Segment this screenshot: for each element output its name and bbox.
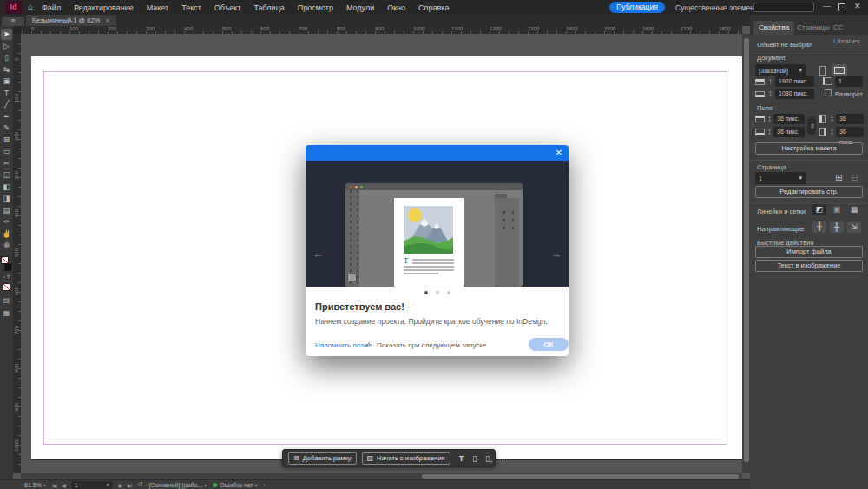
vertical-scrollbar[interactable]: [742, 34, 750, 473]
rulers-icon[interactable]: ◩: [812, 204, 826, 215]
spread-checkbox[interactable]: [825, 89, 832, 96]
previous-page-button[interactable]: ◀: [62, 482, 65, 488]
zoom-level[interactable]: 61.5%▾: [24, 482, 46, 488]
next-page-button[interactable]: ▶: [119, 482, 122, 488]
link-margins-icon[interactable]: ∞: [807, 116, 816, 135]
selection-tool[interactable]: ➤: [1, 29, 12, 40]
free-transform-tool[interactable]: ◱: [1, 169, 12, 181]
menu-item[interactable]: Модули: [346, 3, 374, 12]
screen-mode-normal-icon[interactable]: ▤: [3, 296, 10, 304]
edit-page-button[interactable]: Редактировать стр.: [755, 186, 863, 198]
guides-icon[interactable]: ╂: [812, 221, 826, 233]
layout-settings-button[interactable]: Настройка макета: [755, 142, 863, 155]
menu-item[interactable]: Таблица: [254, 3, 285, 12]
margin-bottom-field[interactable]: 36 пикс.: [773, 127, 805, 137]
formatting-text-icon[interactable]: T: [7, 274, 10, 280]
tab-cc-libraries[interactable]: CC Libraries: [828, 21, 868, 35]
smart-guides-icon[interactable]: ⇲: [847, 221, 861, 233]
start-with-image-button[interactable]: ▨ Начать с изображения: [362, 452, 450, 465]
preflight-icon[interactable]: ↺: [138, 481, 143, 488]
document-tab[interactable]: Безымянный-1 @ 62% ✕: [26, 15, 116, 26]
pen-tool[interactable]: ✒: [1, 111, 12, 122]
color-theme-tool[interactable]: ✑: [1, 216, 12, 228]
lock-guides-icon[interactable]: ╫: [830, 221, 844, 233]
height-stepper[interactable]: ▲▼: [767, 89, 773, 99]
pencil-tool[interactable]: ✎: [1, 122, 12, 134]
carousel-dot[interactable]: [436, 291, 439, 294]
margin-left-field[interactable]: 36 пикс.: [836, 114, 864, 124]
delete-page-icon[interactable]: ⊟: [851, 173, 858, 182]
page-tool[interactable]: ▯: [1, 52, 12, 63]
hand-tool[interactable]: ✌: [1, 228, 12, 240]
direct-selection-tool[interactable]: ▷: [1, 41, 12, 52]
minimize-button[interactable]: —: [823, 2, 831, 10]
menu-item[interactable]: Объект: [214, 3, 241, 12]
carousel-previous-arrow[interactable]: ←: [312, 248, 324, 261]
remind-later-link[interactable]: Напомнить позже: [315, 341, 372, 349]
more-options-icon[interactable]: ⋯: [498, 454, 506, 463]
rectangle-tool[interactable]: ▭: [1, 146, 12, 157]
fill-stroke-swatches[interactable]: [1, 256, 12, 272]
carousel-next-arrow[interactable]: →: [550, 248, 562, 261]
dialog-close-icon[interactable]: ✕: [556, 148, 562, 157]
tools-dock-header[interactable]: »: [2, 17, 24, 26]
margin-right-field[interactable]: 36 пикс.: [836, 127, 864, 137]
menu-item[interactable]: Справка: [418, 3, 449, 12]
page-select[interactable]: 1▾: [755, 172, 806, 184]
menu-item[interactable]: Окно: [387, 3, 405, 12]
type-icon[interactable]: T: [459, 454, 464, 463]
fill-swatch[interactable]: [1, 256, 9, 264]
last-page-button[interactable]: ▶|: [128, 482, 131, 488]
type-tool[interactable]: T: [1, 88, 12, 99]
margin-right-stepper[interactable]: ▲▼: [829, 127, 835, 137]
scroll-left-arrow[interactable]: ‹: [264, 482, 265, 487]
gradient-feather-tool[interactable]: ◨: [1, 193, 12, 204]
formatting-container-icon[interactable]: ▫: [3, 274, 5, 280]
frame-tool[interactable]: ⊠: [1, 135, 12, 146]
ok-button[interactable]: ОК: [529, 338, 569, 351]
page-number-field[interactable]: 1▾: [71, 481, 113, 489]
horizontal-scrollbar-thumb[interactable]: [422, 474, 739, 479]
document-grid-icon[interactable]: ▦: [847, 204, 861, 215]
apply-format-icons[interactable]: ▫T: [3, 274, 10, 280]
portrait-orientation-icon[interactable]: [819, 66, 826, 76]
preset-select[interactable]: [Заказной]▾: [755, 64, 806, 76]
pages-field[interactable]: 1: [835, 76, 863, 87]
close-button[interactable]: ✕: [854, 2, 861, 10]
search-input[interactable]: [753, 3, 814, 12]
gap-tool[interactable]: ↹: [1, 64, 12, 76]
vertical-scrollbar-thumb[interactable]: [744, 38, 749, 462]
margin-top-field[interactable]: 36 пикс.: [773, 114, 805, 124]
import-file-button[interactable]: Импорт файла: [755, 246, 863, 258]
screen-mode-preview-icon[interactable]: ▦: [3, 309, 10, 317]
scissors-tool[interactable]: ✂: [1, 158, 12, 169]
tab-properties[interactable]: Свойства: [753, 21, 794, 35]
note-tool[interactable]: ▤: [1, 205, 12, 216]
height-field[interactable]: 1080 пикс.: [775, 89, 814, 99]
margin-top-stepper[interactable]: ▲▼: [766, 114, 773, 124]
preflight-status[interactable]: Ошибок нет▾: [213, 482, 258, 488]
ruler-corner[interactable]: [13, 26, 21, 34]
baseline-grid-icon[interactable]: ▣: [830, 204, 844, 215]
new-document-icon[interactable]: ▯+: [485, 454, 490, 463]
restore-button[interactable]: [838, 3, 845, 10]
line-tool[interactable]: ╱: [1, 99, 12, 110]
width-field[interactable]: 1920 пикс.: [775, 76, 814, 87]
horizontal-scrollbar[interactable]: [21, 473, 742, 479]
text-to-image-button[interactable]: Текст в изображение: [755, 260, 863, 272]
margin-bottom-stepper[interactable]: ▲▼: [766, 127, 773, 137]
carousel-dot[interactable]: [424, 291, 428, 294]
stroke-swatch[interactable]: [4, 263, 12, 271]
menu-item[interactable]: Редактирование: [74, 3, 134, 12]
margin-left-stepper[interactable]: ▲▼: [829, 114, 835, 124]
menu-item[interactable]: Текст: [181, 3, 201, 12]
apply-none-swatch[interactable]: [3, 283, 10, 291]
content-collector-tool[interactable]: ▣: [1, 76, 12, 87]
first-page-button[interactable]: |◀: [52, 482, 56, 488]
publish-button[interactable]: Публикация: [609, 2, 665, 13]
add-page-icon[interactable]: ⊞: [835, 173, 842, 182]
menu-item[interactable]: Макет: [147, 3, 168, 12]
tab-close-icon[interactable]: ✕: [105, 17, 110, 24]
gradient-tool[interactable]: ◧: [1, 182, 12, 193]
home-icon[interactable]: ⌂: [28, 2, 33, 11]
